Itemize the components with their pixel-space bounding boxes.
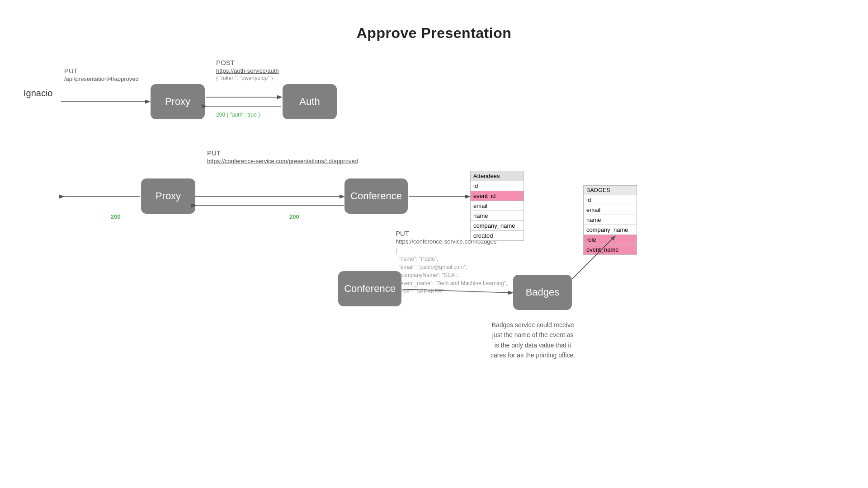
response-200-right: 200 (289, 213, 299, 220)
attendees-table: Attendeesidevent_idemailnamecompany_name… (470, 171, 524, 241)
box-proxy-1: Proxy (151, 84, 205, 119)
put-label-2: PUT https://conference-service.com/prese… (207, 149, 358, 164)
put-label-1: PUT /api/presentation/4/approved (64, 67, 139, 82)
response-200-left: 200 (111, 213, 121, 220)
badges-table: BADGESidemailnamecompany_nameroleevent_n… (583, 185, 637, 255)
box-auth: Auth (283, 84, 337, 119)
box-conference-1: Conference (344, 178, 408, 214)
actor-ignacio: Ignacio (24, 88, 53, 99)
note-text: Badges service could receive just the na… (491, 320, 575, 361)
box-proxy-2: Proxy (141, 178, 195, 214)
post-label-1: POST https://auth-service/auth { "token"… (216, 59, 279, 81)
box-badges: Badges (513, 275, 572, 310)
put-body-3: { "name": "Pablo", "email": "pablo@gmail… (396, 247, 507, 304)
response-200-auth: 200 { "auth": true } (216, 112, 260, 118)
box-conference-2: Conference (338, 271, 401, 306)
page-title: Approve Presentation (0, 0, 868, 42)
